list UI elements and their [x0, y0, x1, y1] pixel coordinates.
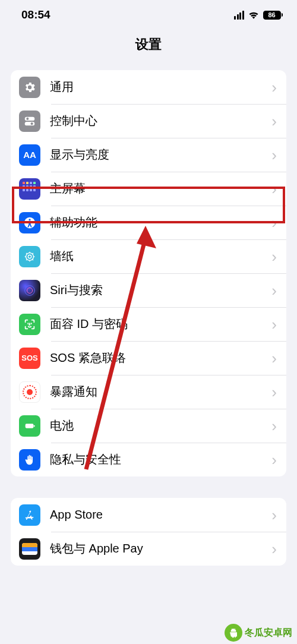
chevron-right-icon: › — [271, 215, 277, 231]
chevron-right-icon: › — [271, 283, 277, 298]
row-wallpaper[interactable]: 墙纸 › — [11, 239, 286, 273]
row-home-screen[interactable]: 主屏幕 › — [11, 172, 286, 206]
row-privacy-security[interactable]: 隐私与安全性 › — [11, 443, 286, 476]
svg-rect-10 — [26, 424, 34, 428]
chevron-right-icon: › — [271, 351, 277, 366]
svg-point-3 — [31, 122, 33, 125]
row-siri-search[interactable]: Siri与搜索 › — [11, 273, 286, 307]
cellular-icon — [234, 11, 244, 20]
row-control-center[interactable]: 控制中心 › — [11, 104, 286, 138]
row-general[interactable]: 通用 › — [11, 70, 286, 104]
row-label: Siri与搜索 — [50, 282, 271, 298]
svg-point-8 — [25, 285, 35, 295]
hand-icon — [19, 449, 40, 471]
row-label: App Store — [50, 508, 271, 522]
row-accessibility[interactable]: 辅助功能 › — [11, 206, 286, 239]
row-display-brightness[interactable]: AA 显示与亮度 › — [11, 138, 286, 172]
android-icon — [225, 624, 242, 642]
chevron-right-icon: › — [271, 249, 277, 264]
chevron-right-icon: › — [271, 113, 277, 129]
row-label: 显示与亮度 — [50, 147, 271, 163]
exposure-icon — [19, 381, 40, 403]
row-label: 电池 — [50, 418, 271, 434]
settings-group-2: App Store › 钱包与 Apple Pay › — [11, 498, 286, 566]
home-screen-icon — [19, 178, 40, 200]
chevron-right-icon: › — [271, 418, 277, 434]
wallpaper-icon — [19, 246, 40, 267]
chevron-right-icon: › — [271, 181, 277, 197]
svg-point-5 — [29, 219, 30, 220]
battery-icon: 86 — [263, 11, 283, 20]
app-store-icon — [19, 504, 40, 526]
settings-group-1: 通用 › 控制中心 › AA 显示与亮度 › 主屏幕 › 辅助功能 › 墙纸 › — [11, 70, 286, 476]
wallet-icon — [19, 538, 40, 560]
row-label: 通用 — [50, 79, 271, 95]
toggles-icon — [19, 111, 40, 132]
row-label: 主屏幕 — [50, 181, 271, 197]
face-id-icon — [19, 314, 40, 335]
row-wallet-apple-pay[interactable]: 钱包与 Apple Pay › — [11, 532, 286, 566]
chevron-right-icon: › — [271, 452, 277, 468]
row-label: 控制中心 — [50, 113, 271, 129]
siri-icon — [19, 280, 40, 301]
chevron-right-icon: › — [271, 80, 277, 95]
svg-rect-0 — [25, 116, 35, 120]
sos-icon: SOS — [19, 348, 40, 369]
page-title: 设置 — [0, 36, 297, 53]
accessibility-icon — [19, 212, 40, 233]
svg-point-9 — [27, 288, 32, 293]
row-exposure-notifications[interactable]: 暴露通知 › — [11, 375, 286, 409]
row-label: 暴露通知 — [50, 384, 271, 400]
chevron-right-icon: › — [271, 507, 277, 523]
row-label: SOS 紧急联络 — [50, 350, 271, 366]
row-app-store[interactable]: App Store › — [11, 498, 286, 532]
chevron-right-icon: › — [271, 147, 277, 163]
status-time: 08:54 — [21, 8, 50, 21]
row-battery[interactable]: 电池 › — [11, 409, 286, 443]
row-label: 钱包与 Apple Pay — [50, 541, 271, 557]
row-label: 辅助功能 — [50, 214, 271, 231]
chevron-right-icon: › — [271, 384, 277, 400]
row-label: 面容 ID 与密码 — [50, 316, 271, 332]
svg-point-6 — [28, 255, 31, 258]
svg-rect-1 — [25, 121, 35, 125]
gear-icon — [19, 77, 40, 98]
wifi-icon — [248, 10, 260, 20]
row-label: 墙纸 — [50, 248, 271, 264]
status-right: 86 — [234, 10, 283, 20]
watermark: 冬瓜安卓网 — [220, 621, 297, 644]
chevron-right-icon: › — [271, 541, 277, 557]
battery-settings-icon — [19, 415, 40, 437]
status-bar: 08:54 86 — [0, 0, 297, 30]
row-label: 隐私与安全性 — [50, 452, 271, 468]
row-face-id-passcode[interactable]: 面容 ID 与密码 › — [11, 307, 286, 341]
svg-rect-11 — [34, 425, 35, 427]
text-size-icon: AA — [19, 144, 40, 166]
svg-point-2 — [26, 117, 29, 119]
row-emergency-sos[interactable]: SOS SOS 紧急联络 › — [11, 341, 286, 375]
watermark-text: 冬瓜安卓网 — [245, 627, 292, 639]
chevron-right-icon: › — [271, 317, 277, 332]
svg-point-7 — [26, 252, 34, 260]
